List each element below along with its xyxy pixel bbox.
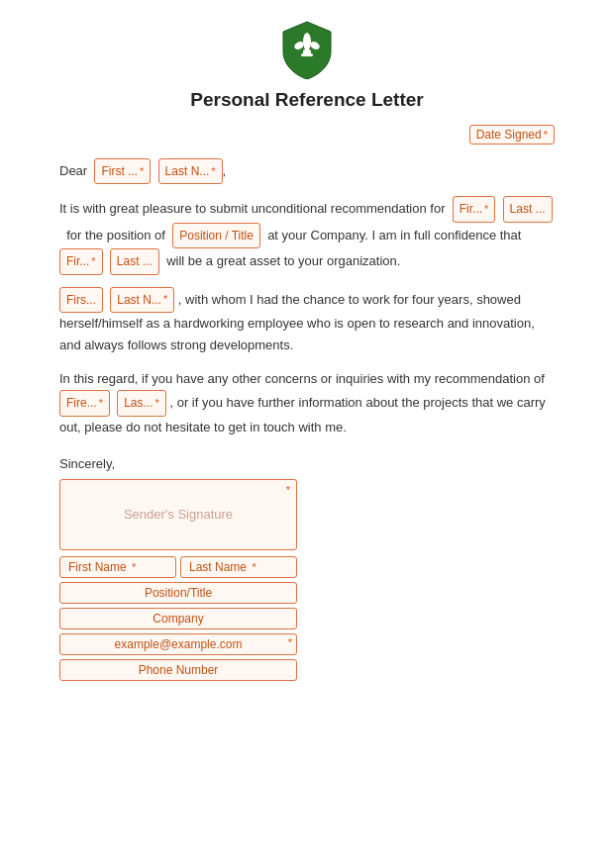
sender-email-field[interactable]: example@example.com * (59, 633, 297, 655)
paragraph-2: Firs... Last N... * , with whom I had th… (59, 287, 555, 357)
date-signed-required: * (544, 129, 548, 141)
signature-required: * (286, 484, 290, 496)
logo-header (59, 20, 555, 79)
date-signed-field[interactable]: Date Signed * (469, 125, 555, 145)
para2-first-field[interactable]: Firs... (59, 287, 103, 313)
svg-rect-4 (301, 53, 313, 56)
sender-first-field[interactable]: First Name * (59, 556, 176, 578)
confident-last-field[interactable]: Last ... (110, 248, 159, 274)
date-signed-row: Date Signed * (59, 125, 555, 145)
dear-last-field[interactable]: Last N... * (158, 158, 223, 184)
paragraph-1: It is with great pleasure to submit unco… (59, 196, 555, 274)
logo-icon (281, 20, 333, 79)
para2-last-field[interactable]: Last N... * (110, 287, 174, 313)
page-title: Personal Reference Letter (59, 89, 555, 111)
para3-first-field[interactable]: Fire... * (59, 390, 110, 416)
dear-first-field[interactable]: First ... * (94, 158, 151, 184)
dear-line: Dear First ... * Last N... * , (59, 158, 555, 184)
confident-first-field[interactable]: Fir... * (59, 248, 103, 274)
signature-box[interactable]: Sender's Signature * (59, 479, 297, 550)
sender-position-field[interactable]: Position/Title (59, 582, 297, 604)
paragraph-3: In this regard, if you have any other co… (59, 368, 555, 438)
para3-last-field[interactable]: Las... * (117, 390, 166, 416)
svg-point-0 (303, 33, 311, 50)
sender-last-field[interactable]: Last Name * (180, 556, 297, 578)
sender-name-row: First Name * Last Name * (59, 556, 297, 578)
sincerely-section: Sincerely, Sender's Signature * First Na… (59, 456, 555, 681)
rec-first-field[interactable]: Fir... * (453, 196, 496, 222)
signature-placeholder: Sender's Signature (124, 507, 233, 522)
position-title-field[interactable]: Position / Title (172, 223, 260, 248)
sender-phone-field[interactable]: Phone Number (59, 659, 297, 681)
rec-last-field[interactable]: Last ... (503, 196, 553, 222)
letter-body: Dear First ... * Last N... * , It is wit… (59, 158, 555, 438)
sender-fields: First Name * Last Name * Position/Title … (59, 556, 297, 681)
sincerely-label: Sincerely, (59, 456, 555, 471)
sender-company-field[interactable]: Company (59, 608, 297, 629)
